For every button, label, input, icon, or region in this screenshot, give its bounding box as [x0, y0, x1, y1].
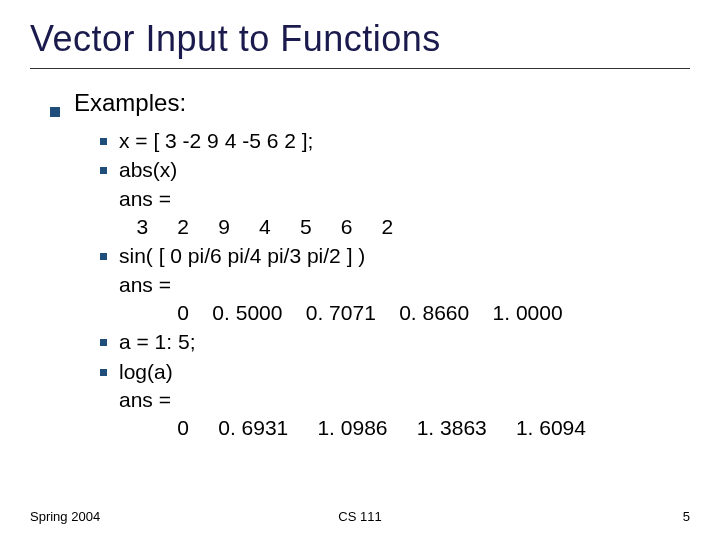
list-item: x = [ 3 -2 9 4 -5 6 2 ];: [100, 127, 690, 155]
code-text: x = [ 3 -2 9 4 -5 6 2 ];: [119, 127, 690, 155]
slide-title: Vector Input to Functions: [30, 18, 690, 69]
list-item: log(a) ans = 0 0. 6931 1. 0986 1. 3863 1…: [100, 358, 690, 443]
code-text: sin( [ 0 pi/6 pi/4 pi/3 pi/2 ] ) ans = 0…: [119, 242, 690, 327]
square-bullet-icon: [100, 253, 107, 260]
code-text: log(a) ans = 0 0. 6931 1. 0986 1. 3863 1…: [119, 358, 690, 443]
square-bullet-icon: [100, 138, 107, 145]
examples-heading: Examples:: [74, 89, 186, 117]
examples-heading-row: Examples:: [50, 89, 690, 117]
slide-footer: Spring 2004 CS 111 5: [30, 509, 690, 524]
examples-list: x = [ 3 -2 9 4 -5 6 2 ]; abs(x) ans = 3 …: [100, 127, 690, 443]
code-text: a = 1: 5;: [119, 328, 690, 356]
footer-center: CS 111: [338, 509, 381, 524]
square-bullet-icon: [100, 167, 107, 174]
list-item: a = 1: 5;: [100, 328, 690, 356]
list-item: sin( [ 0 pi/6 pi/4 pi/3 pi/2 ] ) ans = 0…: [100, 242, 690, 327]
footer-left: Spring 2004: [30, 509, 100, 524]
square-bullet-icon: [50, 107, 60, 117]
square-bullet-icon: [100, 339, 107, 346]
square-bullet-icon: [100, 369, 107, 376]
code-text: abs(x) ans = 3 2 9 4 5 6 2: [119, 156, 690, 241]
list-item: abs(x) ans = 3 2 9 4 5 6 2: [100, 156, 690, 241]
page-number: 5: [683, 509, 690, 524]
